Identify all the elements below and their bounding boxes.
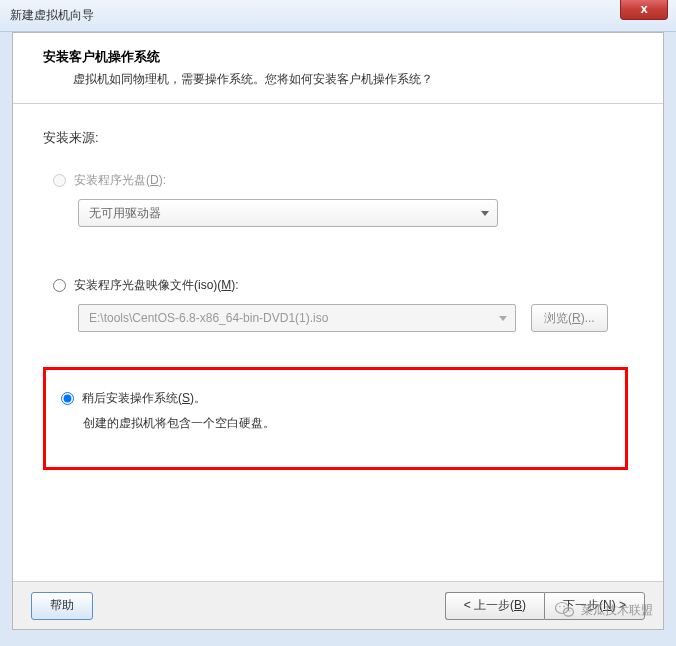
dialog-body: 安装客户机操作系统 虚拟机如同物理机，需要操作系统。您将如何安装客户机操作系统？… [12,32,664,630]
radio-disc-label: 安装程序光盘(D): [74,172,166,189]
radio-iso[interactable] [53,279,66,292]
wechat-icon [554,599,576,621]
radio-disc [53,174,66,187]
back-button[interactable]: < 上一步(B) [445,592,544,620]
option-disc-group: 安装程序光盘(D): 无可用驱动器 [43,172,633,227]
chevron-down-icon [481,211,489,216]
svg-point-2 [559,606,561,608]
radio-later-label: 稍后安装操作系统(S)。 [82,390,206,407]
source-label: 安装来源: [43,129,633,147]
disc-dropdown[interactable]: 无可用驱动器 [78,199,498,227]
option-later-highlight: 稍后安装操作系统(S)。 创建的虚拟机将包含一个空白硬盘。 [43,367,628,470]
iso-path-value: E:\tools\CentOS-6.8-x86_64-bin-DVD1(1).i… [89,311,328,325]
radio-iso-label: 安装程序光盘映像文件(iso)(M): [74,277,239,294]
option-iso-group: 安装程序光盘映像文件(iso)(M): E:\tools\CentOS-6.8-… [43,277,633,332]
svg-point-5 [569,610,570,611]
help-button[interactable]: 帮助 [31,592,93,620]
radio-later[interactable] [61,392,74,405]
browse-button[interactable]: 浏览(R)... [531,304,608,332]
page-subtitle: 虚拟机如同物理机，需要操作系统。您将如何安装客户机操作系统？ [73,71,643,88]
page-title: 安装客户机操作系统 [43,48,643,66]
chevron-down-icon [499,316,507,321]
watermark: 菜瓜技术联盟 [554,599,653,621]
close-button[interactable]: x [620,0,668,20]
svg-point-4 [566,610,567,611]
disc-dropdown-value: 无可用驱动器 [89,205,161,222]
close-icon: x [640,1,647,16]
watermark-text: 菜瓜技术联盟 [581,602,653,619]
title-bar: 新建虚拟机向导 x [0,0,676,32]
svg-point-3 [563,606,565,608]
later-description: 创建的虚拟机将包含一个空白硬盘。 [83,415,610,432]
content-section: 安装来源: 安装程序光盘(D): 无可用驱动器 安装程序光盘映像文件(iso)(… [13,104,663,495]
iso-path-input[interactable]: E:\tools\CentOS-6.8-x86_64-bin-DVD1(1).i… [78,304,516,332]
header-section: 安装客户机操作系统 虚拟机如同物理机，需要操作系统。您将如何安装客户机操作系统？ [13,33,663,104]
window-title: 新建虚拟机向导 [10,7,94,24]
button-bar: 帮助 < 上一步(B) 下一步(N) > 菜瓜技术联盟 [13,581,663,629]
